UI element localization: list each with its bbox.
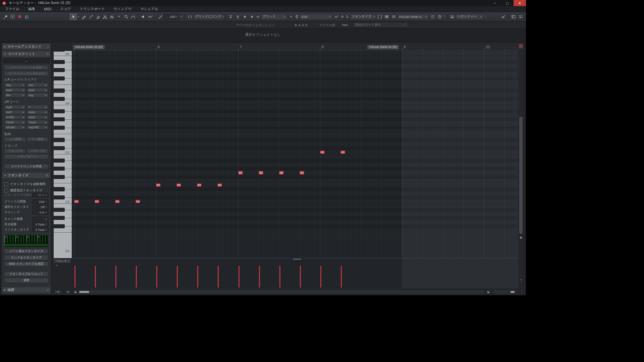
line-tool-button[interactable] [87, 13, 94, 20]
velocity-bar[interactable] [74, 266, 75, 288]
vertical-zoom-plus-button[interactable]: + [519, 278, 523, 282]
grid-overlay-icon[interactable] [429, 13, 436, 20]
quantize-preset-dropdown[interactable]: 1/16▼ [299, 14, 333, 20]
curve-tool-button[interactable] [129, 13, 137, 20]
midi-note[interactable]: E2 [176, 183, 181, 187]
solo-editor-button[interactable]: S [9, 13, 16, 20]
velocity-lane[interactable] [72, 258, 518, 288]
stepper-icon[interactable]: ▲▼ [46, 223, 47, 226]
midi-note[interactable]: E2 [217, 183, 222, 187]
snap-type-icon[interactable]: -|+ [287, 13, 294, 20]
midi-note[interactable]: C3 [320, 150, 325, 154]
velocity-bar[interactable] [177, 266, 178, 288]
checkbox[interactable] [4, 189, 8, 192]
stepper-icon[interactable]: ▲▼ [46, 229, 47, 231]
chord-button-min6[interactable]: min6▶ [27, 110, 48, 114]
midi-note[interactable]: G2 [300, 171, 304, 175]
reset-quantize-button[interactable]: クオンタイズをリセット [4, 272, 48, 277]
black-key[interactable] [54, 175, 65, 179]
grid-link-dropdown[interactable]: グリッドにリンク▼ [193, 14, 224, 20]
left-zone-toggle-icon[interactable] [510, 13, 517, 20]
color-overflow-icon[interactable]: ⋮ [484, 13, 487, 20]
pin-editor-icon[interactable] [2, 13, 9, 20]
black-key[interactable] [54, 126, 65, 130]
menu-score[interactable]: スコア [56, 7, 75, 11]
split-tool-button[interactable] [101, 13, 108, 20]
menu-manual[interactable]: マニュアル [136, 7, 163, 11]
quantize-checkbox-row[interactable]: クオンタイズを自動適用 [4, 182, 46, 186]
show-part-borders-icon[interactable] [376, 13, 383, 20]
apply-quantize-icon[interactable] [333, 13, 340, 20]
param-value-field[interactable]: -▲▼ [32, 217, 48, 221]
black-key[interactable] [54, 68, 65, 72]
stepper-icon[interactable]: ▲▼ [46, 218, 47, 220]
chord-button-7[interactable]: 7▶ [27, 105, 48, 109]
velocity-lane-label[interactable]: ベロシティー [54, 259, 71, 263]
nudge-start-right-icon[interactable] [234, 13, 241, 20]
quantize-lengths-button[interactable]: ノート長をクオンタイズ [4, 249, 48, 254]
step-input-icon[interactable] [157, 13, 164, 20]
note-expression-icon[interactable] [147, 13, 154, 20]
checkbox[interactable] [4, 182, 8, 186]
chord-button-min7[interactable]: min7▶ [4, 110, 26, 114]
zoom-handle-dot[interactable] [520, 237, 522, 239]
zoom-slider-thumb[interactable] [511, 291, 515, 293]
grid-type-dropdown[interactable]: グリッド▼ [261, 14, 287, 20]
nudge-down-icon[interactable] [248, 13, 255, 20]
midi-note[interactable]: G2 [259, 171, 263, 175]
dropdown-caret-icon[interactable]: ▼ [45, 201, 47, 203]
match-chord-track-button[interactable]: コードトラックに合わせる [4, 71, 48, 76]
section-header-transpose[interactable]: ▶ 移調 ♫ [2, 287, 50, 293]
toolbar-overflow-icon[interactable]: ⋮ [443, 13, 446, 20]
part-start-label[interactable]: HALion Sonic 01 (D) [73, 45, 105, 49]
link-to-grid-icon[interactable] [186, 13, 193, 20]
add-controller-lane-button[interactable]: + [54, 290, 62, 294]
acoustic-feedback-icon[interactable] [140, 13, 147, 20]
quantize-ends-button[interactable]: エンドをクオンタイズ [4, 255, 48, 260]
move-up-button[interactable]: 上へ移動 [4, 137, 26, 141]
param-value-field[interactable]: 60 %▲▼ [32, 193, 48, 197]
midi-note[interactable]: E2 [156, 183, 161, 187]
menu-transport[interactable]: トランスポート [75, 7, 109, 11]
chord-button-aug[interactable]: aug▶ [27, 93, 48, 97]
param-value-field[interactable]: Off▲▼ [32, 205, 48, 209]
midi-note[interactable]: G2 [279, 171, 284, 175]
freeze-midi-quantize-button[interactable]: MIDI クオンタイズを固定 [4, 261, 48, 266]
velocity-bar[interactable] [218, 266, 219, 288]
controller-lane-presets-dropdown[interactable]: ▼ [66, 290, 70, 294]
param-value-field[interactable]: 1/16▼ [32, 199, 48, 204]
mute-tool-button[interactable]: × [115, 13, 122, 20]
part-selector-dropdown[interactable]: HALion Sonic 0.▼ [397, 14, 429, 20]
section-header-chord-edit[interactable]: ▼ コードエディット ≡ [2, 51, 50, 57]
black-key[interactable] [54, 60, 65, 64]
menu-file[interactable]: ファイル [1, 7, 24, 11]
apply-quantize-button[interactable]: 適用 [4, 278, 48, 283]
erase-tool-button[interactable] [94, 13, 101, 20]
glue-tool-button[interactable] [108, 13, 115, 20]
length-quantize-dropdown[interactable]: クオンタイズ.▼ [350, 14, 376, 20]
black-key[interactable] [54, 159, 65, 163]
param-value-field[interactable]: 0 %▲▼ [32, 210, 48, 215]
chord-button-full-dim[interactable]: full dim▶ [4, 125, 26, 129]
velocity-bar[interactable] [95, 266, 96, 288]
black-key[interactable] [54, 97, 65, 101]
close-button[interactable]: ✕ [514, 0, 526, 6]
note-grid[interactable]: C2C2C2C2E2E2E2E2G2G2G2G2C3C3 [72, 51, 518, 258]
part-color-indicator[interactable] [519, 44, 523, 48]
insert-velocity-field[interactable]: 100 ▲▼ [164, 14, 179, 20]
velocity-bar[interactable] [238, 266, 239, 288]
black-key[interactable] [54, 167, 65, 171]
minimize-button[interactable]: ─ [489, 0, 501, 6]
chord-button-min-[interactable]: min.▶ [27, 83, 48, 87]
stepper-icon[interactable]: ▲▼ [46, 194, 47, 196]
quantize-panel-button[interactable]: e [340, 13, 345, 20]
lane-resize-handle[interactable] [293, 259, 301, 260]
black-key[interactable] [54, 138, 65, 142]
black-key[interactable] [54, 195, 65, 199]
velocity-bar[interactable] [259, 266, 260, 288]
drop3-button[interactable]: ドロップ3 [27, 149, 48, 153]
black-key[interactable] [54, 109, 65, 113]
midi-note[interactable]: G2 [238, 171, 243, 175]
horizontal-scroll-thumb[interactable] [79, 291, 89, 293]
select-tool-dropdown[interactable]: ▼ [77, 13, 80, 20]
